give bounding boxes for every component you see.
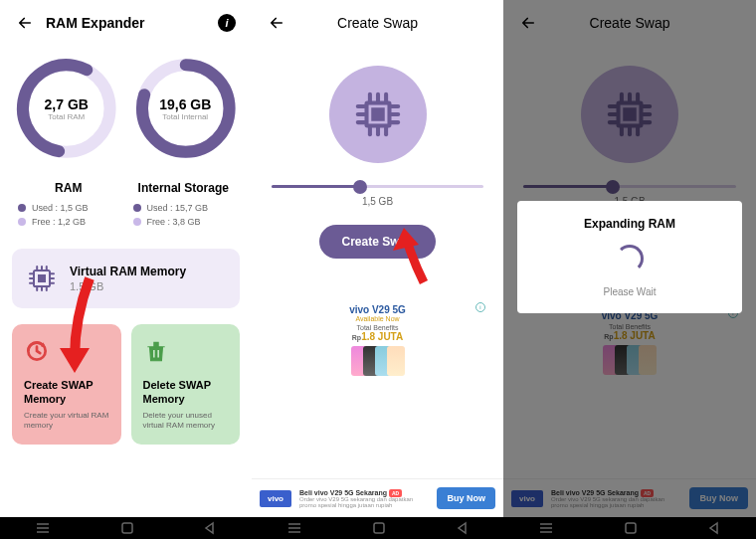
ad-bottom-bar[interactable]: vivo Beli vivo V29 5G Sekarang AD Order … <box>252 478 503 517</box>
swap-size-slider[interactable]: 1,5 GB <box>252 173 503 211</box>
back-nav-icon[interactable] <box>707 521 721 535</box>
create-swap-card[interactable]: Create SWAP Memory Create your virtual R… <box>12 324 121 445</box>
trash-icon <box>143 338 169 364</box>
vram-value: 1.5 GB <box>70 280 186 292</box>
vivo-logo: vivo <box>260 490 291 507</box>
ram-value: 2,7 GB <box>45 96 89 112</box>
chip-icon <box>351 88 405 141</box>
delete-swap-card[interactable]: Delete SWAP Memory Delete your unused vi… <box>131 324 241 445</box>
storage-value: 19,6 GB <box>159 96 211 112</box>
home-icon[interactable] <box>372 521 386 535</box>
menu-icon[interactable] <box>35 521 51 535</box>
svg-text:i: i <box>479 304 480 310</box>
menu-icon[interactable] <box>538 521 554 535</box>
screen-create-swap-loading: Create Swap 1,5 GB <box>503 0 756 517</box>
gear-refresh-icon <box>24 338 50 364</box>
slider-thumb[interactable] <box>353 180 367 194</box>
chip-illustration <box>329 66 427 163</box>
svg-rect-5 <box>38 274 46 282</box>
menu-icon[interactable] <box>286 521 302 535</box>
screen-create-swap: Create Swap 1,5 GB C <box>252 0 503 517</box>
modal-subtitle: Please Wait <box>533 286 726 297</box>
android-navbar <box>0 517 756 539</box>
used-dot-icon <box>133 204 141 212</box>
back-button[interactable] <box>268 14 285 32</box>
modal-title: Expanding RAM <box>533 217 726 231</box>
buy-now-button[interactable]: Buy Now <box>437 487 495 509</box>
ram-gauge: 2,7 GB Total RAM <box>12 54 121 163</box>
vram-title: Virtual RAM Memory <box>70 265 186 278</box>
page-title: Create Swap <box>297 15 458 31</box>
ad-banner[interactable]: i vivo V29 5G Available Now Total Benefi… <box>272 304 483 376</box>
home-icon[interactable] <box>120 521 134 535</box>
ram-stats: RAM Used : 1,5 GB Free : 1,2 GB <box>18 181 119 231</box>
ad-phones-image <box>272 346 483 376</box>
storage-label: Total Internal <box>159 112 211 121</box>
spinner-icon <box>616 245 644 272</box>
expanding-ram-modal: Expanding RAM Please Wait <box>517 201 742 313</box>
chip-icon <box>26 263 58 294</box>
screen-ram-expander: RAM Expander i 2,7 GB Total RAM <box>0 0 252 517</box>
back-nav-icon[interactable] <box>203 521 217 535</box>
info-icon[interactable]: i <box>218 14 236 32</box>
storage-gauge: 19,6 GB Total Internal <box>131 54 241 163</box>
ram-label: Total RAM <box>45 112 89 121</box>
virtual-ram-card[interactable]: Virtual RAM Memory 1.5 GB <box>12 249 240 308</box>
slider-value: 1,5 GB <box>272 196 483 207</box>
used-dot-icon <box>18 204 26 212</box>
free-dot-icon <box>133 218 141 226</box>
storage-stats: Internal Storage Used : 15,7 GB Free : 3… <box>133 181 235 231</box>
back-button[interactable] <box>16 14 34 32</box>
back-nav-icon[interactable] <box>456 521 470 535</box>
svg-rect-63 <box>374 523 384 533</box>
svg-rect-59 <box>122 523 132 533</box>
free-dot-icon <box>18 218 26 226</box>
create-swap-button[interactable]: Create Swap <box>319 225 435 259</box>
svg-rect-67 <box>626 523 636 533</box>
ad-close-icon[interactable]: i <box>475 302 485 312</box>
home-icon[interactable] <box>624 521 638 535</box>
page-title: RAM Expander <box>46 15 206 31</box>
